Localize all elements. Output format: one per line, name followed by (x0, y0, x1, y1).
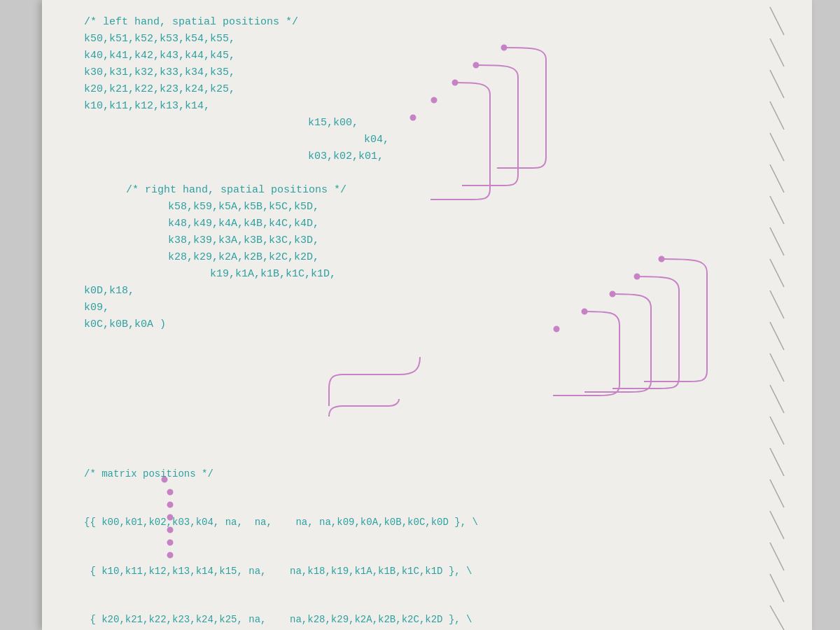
svg-line-11 (770, 354, 784, 382)
left-cont-3: k03,k02,k01, (84, 148, 749, 165)
paper-page: /* left hand, spatial positions */ k50,k… (42, 0, 812, 630)
svg-line-7 (770, 227, 784, 255)
svg-line-19 (770, 606, 784, 630)
code-area: /* left hand, spatial positions */ k50,k… (84, 14, 749, 333)
svg-line-1 (770, 38, 784, 66)
matrix-comment: /* matrix positions */ (84, 466, 478, 482)
svg-line-15 (770, 479, 784, 507)
left-cont-2: k04, (84, 132, 749, 148)
left-row-4: k20,k21,k22,k23,k24,k25, (84, 81, 749, 98)
left-row-1: k50,k51,k52,k53,k54,k55, (84, 31, 749, 48)
left-row-5: k10,k11,k12,k13,k14, (84, 98, 749, 115)
right-row-4: k28,k29,k2A,k2B,k2C,k2D, (84, 249, 749, 266)
right-row-1: k58,k59,k5A,k5B,k5C,k5D, (84, 199, 749, 216)
svg-line-0 (770, 7, 784, 35)
right-cont-3: k0C,k0B,k0A ) (84, 316, 749, 333)
right-row-5: k19,k1A,k1B,k1C,k1D, (84, 266, 749, 283)
svg-line-4 (770, 133, 784, 161)
right-row-3: k38,k39,k3A,k3B,k3C,k3D, (84, 232, 749, 249)
svg-line-5 (770, 164, 784, 192)
svg-line-13 (770, 416, 784, 444)
left-row-3: k30,k31,k32,k33,k34,k35, (84, 64, 749, 81)
svg-line-2 (770, 70, 784, 98)
right-row-2: k48,k49,k4A,k4B,k4C,k4D, (84, 216, 749, 232)
svg-line-6 (770, 196, 784, 224)
right-cont-2: k09, (84, 300, 749, 316)
right-cont-1: k0D,k18, (84, 283, 749, 300)
svg-line-3 (770, 102, 784, 130)
left-cont-1: k15,k00, (84, 115, 749, 132)
svg-line-14 (770, 448, 784, 476)
right-hand-comment: /* right hand, spatial positions */ (84, 182, 749, 199)
left-row-2: k40,k41,k42,k43,k44,k45, (84, 48, 749, 64)
svg-line-9 (770, 290, 784, 318)
svg-line-8 (770, 259, 784, 287)
matrix-row-1: {{ k00,k01,k02,k03,k04, na, na, na, na,k… (84, 514, 478, 531)
svg-line-10 (770, 322, 784, 350)
left-hand-comment: /* left hand, spatial positions */ (84, 14, 749, 31)
matrix-section: /* matrix positions */ {{ k00,k01,k02,k0… (84, 434, 478, 630)
matrix-row-3: { k20,k21,k22,k23,k24,k25, na, na,k28,k2… (84, 612, 478, 628)
svg-line-18 (770, 574, 784, 602)
matrix-row-2: { k10,k11,k12,k13,k14,k15, na, na,k18,k1… (84, 564, 478, 580)
svg-line-16 (770, 511, 784, 539)
svg-line-12 (770, 385, 784, 413)
svg-line-17 (770, 542, 784, 570)
